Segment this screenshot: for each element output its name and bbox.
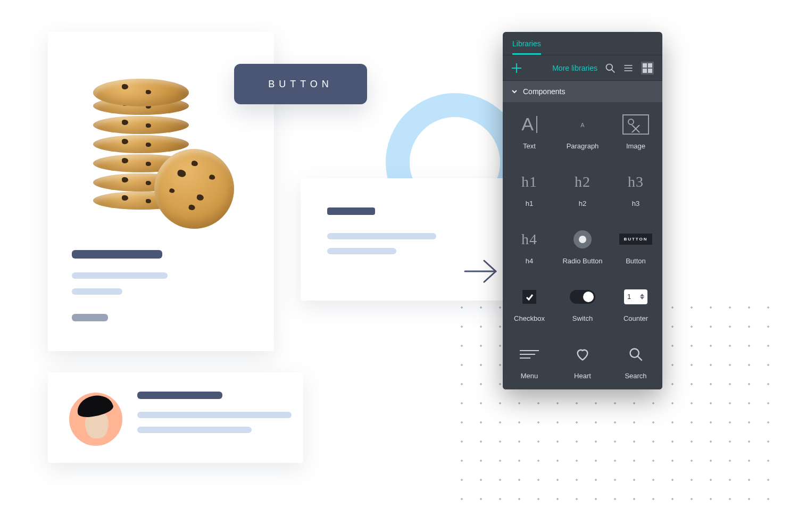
svg-point-6 bbox=[630, 348, 639, 357]
component-counter[interactable]: 1 Counter bbox=[609, 275, 662, 332]
heart-icon bbox=[575, 347, 590, 362]
component-label: Button bbox=[626, 257, 646, 265]
component-search[interactable]: Search bbox=[609, 332, 662, 389]
search-icon bbox=[628, 347, 643, 362]
component-label: h3 bbox=[632, 200, 639, 207]
text-card-line-placeholder bbox=[327, 233, 436, 239]
text-card-title-placeholder bbox=[327, 207, 375, 215]
grid-view-icon[interactable] bbox=[641, 62, 654, 74]
profile-name-placeholder bbox=[137, 392, 222, 399]
component-menu[interactable]: Menu bbox=[503, 332, 556, 389]
component-label: Heart bbox=[574, 372, 591, 380]
button-component-chip[interactable]: BUTTON bbox=[234, 64, 367, 104]
libraries-panel: Libraries More libraries Components A Te… bbox=[503, 32, 662, 389]
component-paragraph[interactable]: A Paragraph bbox=[556, 102, 609, 160]
component-label: Switch bbox=[572, 314, 593, 322]
counter-icon: 1 bbox=[624, 289, 647, 304]
component-label: h2 bbox=[579, 200, 586, 207]
product-price-placeholder bbox=[72, 314, 108, 321]
panel-tabbar: Libraries bbox=[503, 32, 662, 55]
search-icon[interactable] bbox=[605, 63, 616, 73]
h4-icon: h4 bbox=[521, 227, 537, 252]
component-switch[interactable]: Switch bbox=[556, 275, 609, 332]
profile-card bbox=[48, 372, 303, 463]
components-grid: A Text A Paragraph Image h1 h1 h2 h2 bbox=[503, 102, 662, 389]
component-label: Counter bbox=[624, 314, 648, 322]
component-button[interactable]: BUTTON Button bbox=[609, 217, 662, 275]
component-label: Menu bbox=[521, 372, 538, 380]
image-icon bbox=[622, 114, 649, 135]
h1-icon: h1 bbox=[521, 170, 537, 194]
chevron-down-icon bbox=[511, 88, 518, 95]
profile-line-placeholder bbox=[137, 412, 292, 418]
text-card-line-placeholder bbox=[327, 248, 396, 254]
paragraph-icon: A bbox=[571, 112, 594, 137]
text-icon: A bbox=[521, 112, 537, 137]
svg-line-7 bbox=[638, 356, 642, 360]
section-label: Components bbox=[523, 87, 565, 96]
component-label: Paragraph bbox=[567, 142, 599, 150]
avatar bbox=[69, 393, 122, 446]
svg-point-1 bbox=[606, 64, 613, 70]
component-text[interactable]: A Text bbox=[503, 102, 556, 160]
component-label: h1 bbox=[526, 200, 533, 207]
arrow-right-icon bbox=[463, 255, 500, 287]
more-libraries-link[interactable]: More libraries bbox=[552, 64, 597, 72]
component-label: Image bbox=[626, 142, 645, 150]
component-label: Search bbox=[625, 372, 646, 380]
svg-line-2 bbox=[612, 69, 615, 72]
product-line-placeholder bbox=[72, 288, 122, 295]
component-h4[interactable]: h4 h4 bbox=[503, 217, 556, 275]
profile-line-placeholder bbox=[137, 427, 252, 433]
product-title-placeholder bbox=[72, 250, 162, 259]
component-label: Radio Button bbox=[562, 257, 602, 265]
list-view-icon[interactable] bbox=[623, 63, 634, 73]
component-radio-button[interactable]: Radio Button bbox=[556, 217, 609, 275]
add-library-button[interactable] bbox=[511, 63, 522, 73]
menu-icon bbox=[520, 347, 539, 361]
component-label: Text bbox=[523, 142, 536, 150]
h2-icon: h2 bbox=[575, 170, 591, 194]
component-checkbox[interactable]: Checkbox bbox=[503, 275, 556, 332]
section-components[interactable]: Components bbox=[503, 81, 662, 102]
component-heart[interactable]: Heart bbox=[556, 332, 609, 389]
button-icon: BUTTON bbox=[619, 234, 652, 245]
radio-button-icon bbox=[573, 230, 592, 248]
switch-icon bbox=[570, 290, 595, 304]
product-image-cookies bbox=[77, 48, 239, 226]
component-h1[interactable]: h1 h1 bbox=[503, 160, 556, 217]
counter-value: 1 bbox=[627, 293, 631, 301]
product-line-placeholder bbox=[72, 272, 168, 279]
component-label: Checkbox bbox=[514, 314, 545, 322]
component-image[interactable]: Image bbox=[609, 102, 662, 160]
component-label: h4 bbox=[526, 257, 533, 265]
button-chip-label: BUTTON bbox=[268, 79, 333, 90]
tab-libraries[interactable]: Libraries bbox=[512, 39, 541, 55]
h3-icon: h3 bbox=[628, 170, 644, 194]
component-h2[interactable]: h2 h2 bbox=[556, 160, 609, 217]
checkbox-icon bbox=[522, 290, 536, 304]
component-h3[interactable]: h3 h3 bbox=[609, 160, 662, 217]
panel-toolbar: More libraries bbox=[503, 55, 662, 81]
